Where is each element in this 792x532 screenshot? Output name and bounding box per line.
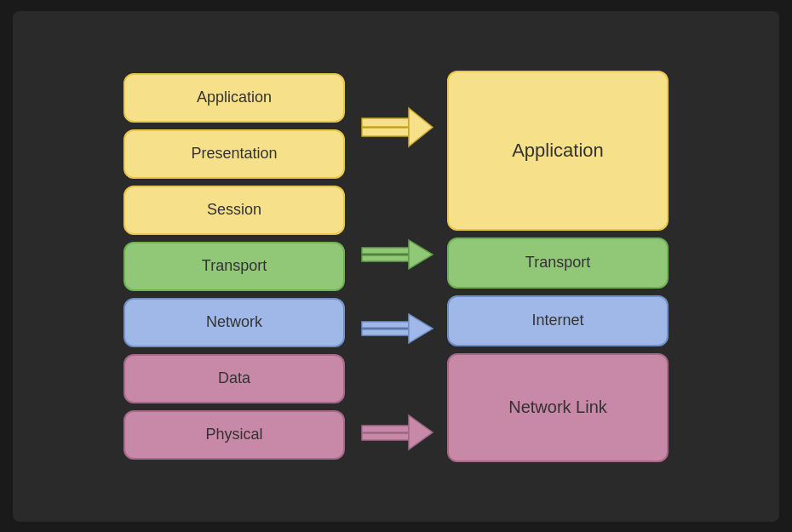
svg-marker-2 <box>409 108 433 146</box>
arrow-data-container <box>358 378 434 487</box>
arrows-column <box>345 37 447 496</box>
arrow-transport-icon <box>358 233 434 276</box>
svg-rect-0 <box>362 118 409 127</box>
tcp-transport-box: Transport <box>447 237 669 289</box>
tcp-application-box: Application <box>447 71 669 231</box>
left-column-osi: Application Presentation Session Transpo… <box>123 73 345 460</box>
osi-presentation-box: Presentation <box>123 129 345 179</box>
svg-rect-4 <box>362 255 409 261</box>
osi-data-box: Data <box>123 354 345 403</box>
svg-rect-10 <box>362 433 409 440</box>
svg-rect-7 <box>362 329 409 335</box>
arrow-application-container <box>358 45 434 210</box>
svg-marker-5 <box>409 240 433 269</box>
tcp-internet-box: Internet <box>447 295 669 346</box>
arrow-network-icon <box>358 307 434 350</box>
osi-network-box: Network <box>123 298 345 347</box>
arrow-network-container <box>358 303 434 354</box>
svg-rect-1 <box>362 128 409 136</box>
arrow-transport-container <box>358 229 434 280</box>
right-column-tcpip: Application Transport Internet Network L… <box>447 71 669 462</box>
osi-application-box: Application <box>123 73 345 123</box>
svg-marker-8 <box>409 314 433 343</box>
svg-marker-11 <box>409 415 433 449</box>
tcp-network-link-box: Network Link <box>447 353 669 462</box>
osi-tcpip-diagram: Application Presentation Session Transpo… <box>13 11 779 522</box>
osi-physical-box: Physical <box>123 410 345 460</box>
osi-transport-box: Transport <box>123 242 345 291</box>
svg-rect-6 <box>362 322 409 328</box>
osi-session-box: Session <box>123 186 345 235</box>
arrow-application-icon <box>358 95 434 159</box>
svg-rect-9 <box>362 426 409 432</box>
arrow-data-icon <box>358 407 434 458</box>
svg-rect-3 <box>362 248 409 254</box>
